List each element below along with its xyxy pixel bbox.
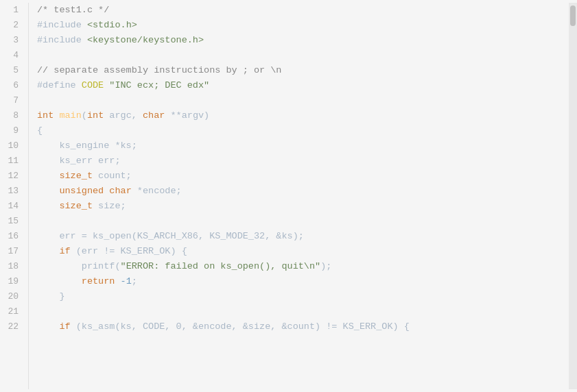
line-number: 14 [5, 199, 23, 214]
line-number: 11 [5, 154, 23, 169]
code-line: /* test1.c */ [37, 3, 569, 18]
code-line: // separate assembly instructions by ; o… [37, 63, 569, 78]
code-line: #include <keystone/keystone.h> [37, 33, 569, 48]
line-numbers: 12345678910111213141516171819202122 [0, 3, 29, 389]
line-number: 13 [5, 184, 23, 199]
line-number: 19 [5, 274, 23, 289]
code-line: size_t count; [37, 169, 569, 184]
line-number: 3 [5, 33, 23, 48]
code-line [37, 304, 569, 319]
line-number: 9 [5, 123, 23, 138]
code-line: unsigned char *encode; [37, 184, 569, 199]
line-number: 15 [5, 214, 23, 229]
code-line: if (err != KS_ERR_OK) { [37, 244, 569, 259]
code-line: size_t size; [37, 199, 569, 214]
line-number: 21 [5, 304, 23, 319]
code-line: err = ks_open(KS_ARCH_X86, KS_MODE_32, &… [37, 229, 569, 244]
code-line [37, 214, 569, 229]
line-number: 1 [5, 3, 23, 18]
code-line: { [37, 123, 569, 138]
line-number: 6 [5, 78, 23, 93]
scrollbar-thumb[interactable] [570, 5, 576, 26]
line-number: 7 [5, 93, 23, 108]
line-number: 17 [5, 244, 23, 259]
code-line: #include <stdio.h> [37, 18, 569, 33]
code-content[interactable]: /* test1.c */#include <stdio.h>#include … [29, 3, 569, 389]
line-number: 5 [5, 63, 23, 78]
line-number: 10 [5, 138, 23, 154]
line-number: 4 [5, 48, 23, 63]
line-number: 12 [5, 169, 23, 184]
code-line: #define CODE "INC ecx; DEC edx" [37, 78, 569, 93]
code-area: 12345678910111213141516171819202122 /* t… [0, 0, 577, 392]
line-number: 16 [5, 229, 23, 244]
code-line: return -1; [37, 274, 569, 289]
line-number: 22 [5, 319, 23, 334]
line-number: 8 [5, 108, 23, 123]
line-number: 2 [5, 18, 23, 33]
code-line [37, 48, 569, 63]
code-line: } [37, 289, 569, 304]
code-editor: 12345678910111213141516171819202122 /* t… [0, 0, 577, 392]
line-number: 18 [5, 259, 23, 274]
scrollbar[interactable] [569, 3, 577, 389]
code-line: int main(int argc, char **argv) [37, 108, 569, 123]
code-line: ks_engine *ks; [37, 138, 569, 154]
line-number: 20 [5, 289, 23, 304]
code-line: printf("ERROR: failed on ks_open(), quit… [37, 259, 569, 274]
code-line: ks_err err; [37, 154, 569, 169]
code-line [37, 93, 569, 108]
code-line: if (ks_asm(ks, CODE, 0, &encode, &size, … [37, 319, 569, 334]
